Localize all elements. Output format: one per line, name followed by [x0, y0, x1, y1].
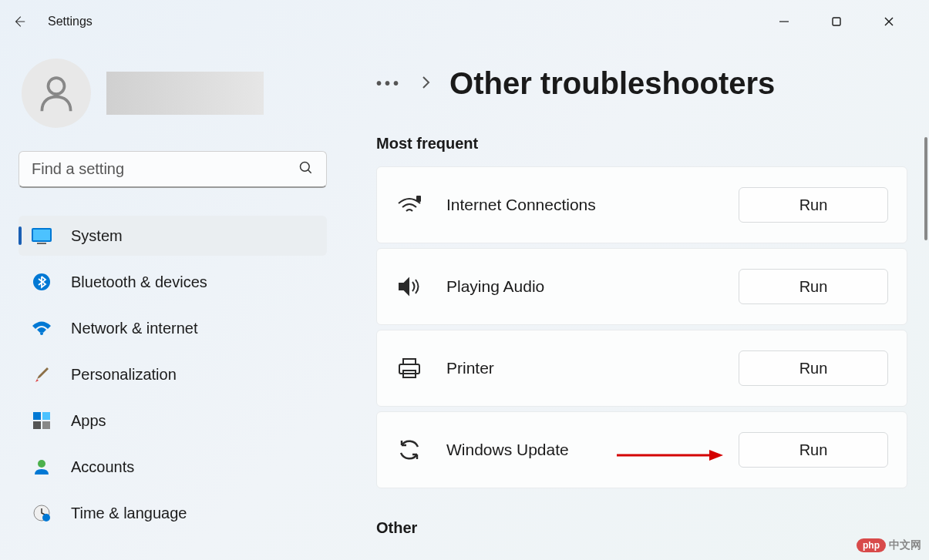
sidebar-item-system[interactable]: System [19, 216, 327, 256]
svg-rect-20 [403, 359, 416, 364]
run-button[interactable]: Run [739, 269, 888, 304]
svg-point-5 [301, 162, 310, 171]
nav-list: System Bluetooth & devices Network & int… [19, 216, 321, 533]
printer-icon [395, 354, 423, 382]
close-button[interactable] [872, 9, 906, 34]
troubleshooter-windows-update: Windows Update Run [376, 411, 907, 488]
troubleshooter-list: Internet Connections Run Playing Audio R… [376, 166, 907, 488]
titlebar: Settings [0, 0, 929, 43]
svg-rect-8 [33, 230, 50, 240]
svg-rect-19 [416, 196, 421, 202]
sidebar: System Bluetooth & devices Network & int… [0, 43, 339, 560]
scrollbar[interactable] [924, 137, 927, 240]
sidebar-item-label: Bluetooth & devices [71, 273, 207, 291]
sidebar-item-label: Apps [71, 412, 106, 430]
sidebar-item-time[interactable]: Time & language [19, 493, 327, 533]
troubleshooter-label: Playing Audio [446, 277, 715, 296]
clock-icon [31, 502, 52, 524]
breadcrumb-more[interactable]: ••• [376, 75, 402, 92]
back-button[interactable] [12, 15, 26, 29]
troubleshooter-internet: Internet Connections Run [376, 166, 907, 243]
svg-rect-15 [42, 421, 50, 429]
svg-point-4 [49, 78, 65, 94]
watermark-text: 中文网 [889, 538, 921, 552]
section-other: Other [376, 519, 907, 537]
sidebar-item-label: Accounts [71, 458, 134, 476]
run-button[interactable]: Run [739, 350, 888, 386]
svg-rect-13 [42, 412, 50, 420]
speaker-icon [395, 273, 423, 300]
svg-rect-9 [37, 243, 46, 244]
svg-rect-1 [833, 18, 840, 25]
watermark-badge: php [857, 538, 886, 552]
bluetooth-icon [31, 271, 52, 293]
svg-line-6 [308, 169, 311, 173]
minimize-button[interactable] [767, 9, 801, 34]
main-content: ••• Other troubleshooters Most frequent … [339, 43, 929, 560]
apps-icon [31, 410, 52, 431]
sidebar-item-label: System [71, 227, 123, 245]
sidebar-item-accounts[interactable]: Accounts [19, 447, 327, 487]
page-title: Other troubleshooters [449, 66, 775, 101]
sidebar-item-label: Network & internet [71, 320, 198, 337]
svg-rect-14 [33, 421, 41, 429]
window-controls [767, 9, 917, 34]
svg-point-18 [42, 514, 50, 521]
avatar [22, 59, 91, 128]
watermark: php 中文网 [857, 538, 921, 552]
svg-point-16 [38, 460, 45, 468]
troubleshooter-label: Windows Update [446, 441, 715, 459]
svg-rect-12 [33, 412, 41, 420]
troubleshooter-label: Internet Connections [446, 196, 715, 214]
sidebar-item-bluetooth[interactable]: Bluetooth & devices [19, 262, 327, 302]
sidebar-item-personalization[interactable]: Personalization [19, 354, 327, 394]
search-box[interactable] [19, 151, 327, 188]
breadcrumb: ••• Other troubleshooters [376, 66, 907, 101]
system-icon [31, 225, 52, 246]
troubleshooter-label: Printer [446, 359, 715, 377]
search-icon [298, 160, 314, 179]
wifi-icon [395, 191, 423, 219]
chevron-right-icon [420, 75, 431, 93]
user-profile[interactable] [19, 59, 321, 128]
app-title: Settings [48, 15, 93, 29]
user-name-redacted [106, 72, 264, 115]
accounts-icon [31, 456, 52, 478]
troubleshooter-audio: Playing Audio Run [376, 248, 907, 325]
search-input[interactable] [32, 160, 298, 178]
sync-icon [395, 436, 423, 464]
brush-icon [31, 364, 52, 385]
svg-rect-21 [399, 364, 419, 374]
sidebar-item-network[interactable]: Network & internet [19, 308, 327, 348]
troubleshooter-printer: Printer Run [376, 330, 907, 407]
sidebar-item-apps[interactable]: Apps [19, 401, 327, 441]
wifi-icon [31, 317, 52, 339]
sidebar-item-label: Personalization [71, 366, 177, 384]
maximize-button[interactable] [820, 9, 853, 34]
section-most-frequent: Most frequent [376, 135, 907, 153]
run-button[interactable]: Run [739, 432, 888, 468]
svg-point-11 [40, 332, 43, 335]
sidebar-item-label: Time & language [71, 505, 187, 522]
run-button[interactable]: Run [739, 187, 888, 223]
